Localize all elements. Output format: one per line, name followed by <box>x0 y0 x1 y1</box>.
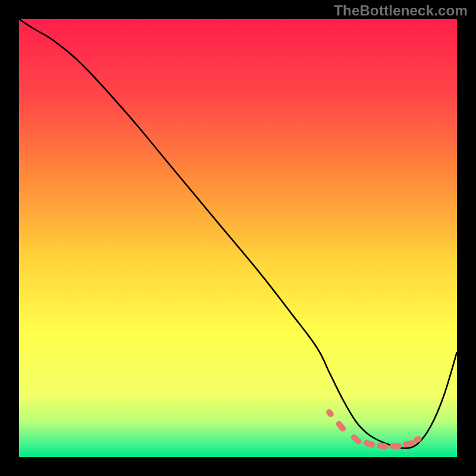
chart-plot-area <box>19 19 457 457</box>
highlight-dash <box>390 443 402 449</box>
gradient-background <box>19 19 457 457</box>
chart-frame: TheBottleneck.com <box>0 0 476 476</box>
chart-svg <box>19 19 457 457</box>
watermark-text: TheBottleneck.com <box>334 2 468 19</box>
